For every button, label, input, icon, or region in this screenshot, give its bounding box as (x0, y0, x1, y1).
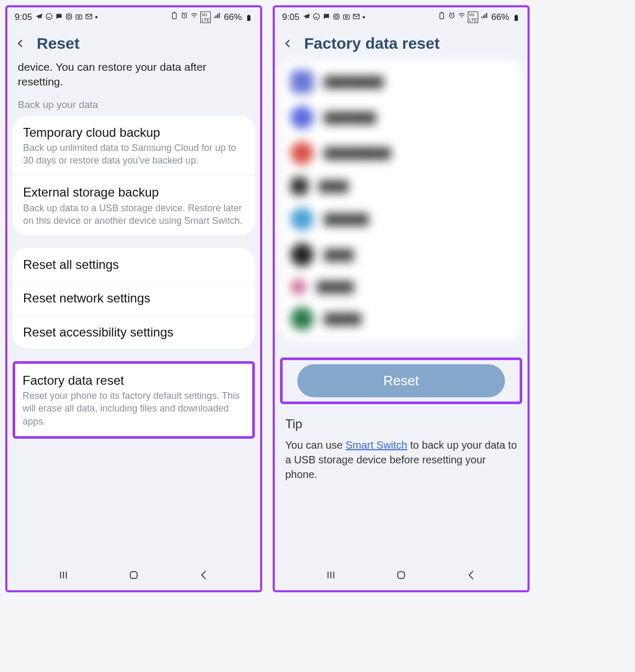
reset-accessibility-settings-item[interactable]: Reset accessibility settings (13, 315, 255, 349)
back-icon[interactable] (15, 38, 26, 49)
intro-text: device. You can restore your data after … (7, 60, 260, 97)
svg-point-15 (314, 14, 319, 19)
app-label: ███████ (324, 112, 376, 124)
item-desc: Reset your phone to its factory default … (23, 389, 245, 428)
nav-bar (7, 562, 260, 590)
factory-data-reset-highlight[interactable]: Factory data reset Reset your phone to i… (13, 361, 255, 439)
page-title: Reset (37, 35, 80, 52)
volte-icon: VoLTE (468, 12, 478, 23)
svg-rect-3 (76, 15, 82, 19)
item-title: Reset accessibility settings (23, 324, 244, 340)
reset-button-highlight: Reset (280, 357, 522, 404)
app-row: █████████ (280, 135, 522, 171)
svg-rect-1 (67, 14, 72, 19)
svg-rect-18 (343, 15, 349, 19)
app-row: ████ (280, 171, 522, 201)
item-desc: Back up data to a USB storage device. Re… (23, 202, 244, 227)
app-row: ████ (280, 237, 522, 273)
signal-icon (480, 12, 488, 19)
alarm-icon (448, 12, 456, 19)
back-icon[interactable] (282, 38, 294, 49)
phone-right: 9:05 • VoLTE 66% (273, 5, 530, 592)
svg-point-19 (346, 16, 348, 18)
app-icon (290, 279, 306, 295)
gmail-icon (85, 13, 93, 20)
backup-card: Temporary cloud backup Back up unlimited… (13, 116, 255, 236)
svg-rect-10 (248, 14, 250, 15)
item-title: Reset all settings (23, 256, 244, 273)
telegram-icon (35, 13, 43, 20)
item-title: Reset network settings (23, 290, 244, 306)
external-storage-backup-item[interactable]: External storage backup Back up data to … (13, 175, 255, 235)
svg-point-2 (68, 15, 70, 18)
app-label: ████ (324, 249, 354, 261)
app-row: ██████ (280, 201, 522, 237)
app-label: █████ (317, 281, 354, 293)
instagram-icon (332, 13, 340, 20)
volte-icon: VoLTE (200, 12, 211, 23)
smart-switch-link[interactable]: Smart Switch (346, 439, 407, 451)
app-label: █████ (324, 313, 361, 325)
app-label: ██████ (324, 213, 369, 225)
svg-point-17 (335, 15, 338, 18)
app-icon (290, 243, 314, 266)
reset-network-settings-item[interactable]: Reset network settings (13, 281, 255, 315)
alarm-icon (180, 12, 188, 19)
app-icon (290, 106, 314, 129)
svg-rect-25 (515, 14, 517, 15)
svg-rect-16 (334, 14, 339, 19)
recents-icon[interactable] (324, 568, 338, 582)
home-icon[interactable] (127, 568, 141, 582)
status-time: 9:05 (15, 12, 32, 23)
app-icon (290, 177, 308, 195)
wifi-icon (458, 12, 466, 19)
app-row: █████ (280, 273, 522, 301)
battery-icon (245, 14, 253, 21)
svg-rect-29 (398, 572, 405, 579)
nav-bar (275, 562, 528, 590)
apps-list-card: ████████ ███████ █████████ ████ ██████ █… (280, 60, 522, 341)
gmail-icon (352, 13, 360, 20)
svg-point-4 (78, 16, 80, 18)
svg-rect-21 (440, 13, 444, 19)
item-title: Temporary cloud backup (23, 124, 244, 140)
instagram-icon (65, 13, 73, 20)
section-label: Back up your data (7, 97, 260, 116)
temporary-cloud-backup-item[interactable]: Temporary cloud backup Back up unlimited… (13, 116, 255, 176)
back-nav-icon[interactable] (465, 568, 478, 582)
app-icon (290, 307, 314, 330)
tip-section: Tip You can use Smart Switch to back up … (275, 411, 528, 482)
app-label: ████████ (324, 76, 383, 88)
reset-button[interactable]: Reset (297, 364, 505, 397)
app-icon (290, 142, 314, 165)
item-title: Factory data reset (23, 372, 245, 388)
svg-rect-9 (247, 15, 250, 21)
status-bar: 9:05 • VoLTE 66% (7, 7, 260, 25)
battery-percent: 66% (224, 12, 242, 23)
tip-text: You can use Smart Switch to back up your… (285, 438, 517, 482)
back-nav-icon[interactable] (197, 568, 211, 582)
app-row: ████████ (280, 64, 522, 100)
battery-icon (512, 14, 520, 21)
telegram-icon (303, 13, 310, 20)
recents-icon[interactable] (57, 568, 70, 582)
reset-all-settings-item[interactable]: Reset all settings (13, 248, 255, 281)
more-dot-icon: • (362, 13, 365, 22)
status-left-icons: • (35, 13, 98, 22)
battery-percent: 66% (491, 12, 509, 23)
camera-icon (75, 13, 83, 20)
app-label: █████████ (324, 147, 391, 159)
app-row: █████ (280, 301, 522, 337)
svg-rect-24 (514, 15, 518, 21)
item-title: External storage backup (23, 184, 244, 200)
status-time: 9:05 (282, 12, 299, 23)
reset-options-card: Reset all settings Reset network setting… (13, 248, 255, 349)
status-left-icons: • (303, 13, 365, 22)
wifi-icon (190, 12, 198, 19)
svg-point-0 (46, 14, 52, 19)
battery-saver-icon (438, 12, 446, 19)
more-dot-icon: • (95, 13, 98, 22)
home-icon[interactable] (394, 568, 408, 582)
svg-rect-14 (131, 572, 137, 579)
app-icon (290, 70, 314, 93)
